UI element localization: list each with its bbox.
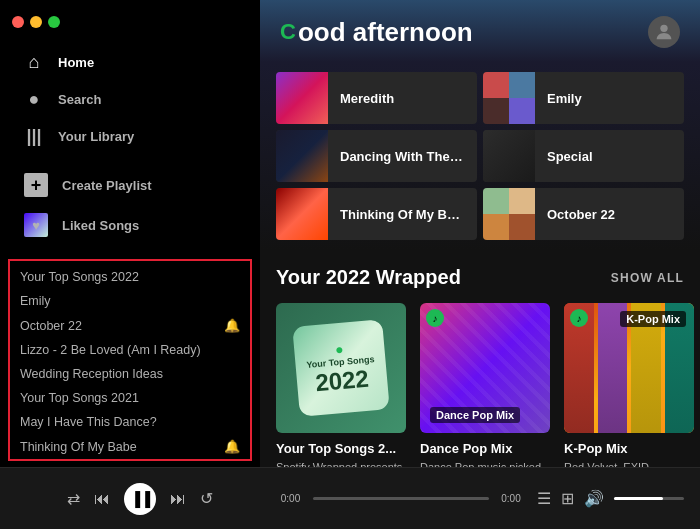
quick-pick-special[interactable]: Special [483,130,684,182]
volume-icon[interactable]: 🔊 [584,489,604,508]
top-songs-card-desc: Spotify Wrapped presents the songs t... [276,460,406,467]
october-thumbnail [483,188,535,240]
sidebar-library-label: Your Library [58,129,134,144]
greeting: C ood afternoon [280,17,473,48]
spotify-badge-kpop: ♪ [570,309,588,327]
kpop-card-desc: Red Velvet, EXID, MOMOLAND and... [564,460,694,467]
quick-pick-thinking[interactable]: Thinking Of My Babe [276,188,477,240]
wrapped-card-top-songs[interactable]: ● Your Top Songs 2022 Your Top Songs 2..… [276,303,406,467]
progress-bar[interactable] [313,497,490,500]
thinking-label: Thinking Of My Babe [328,207,477,222]
library-icon: ||| [24,126,44,147]
dance-pop-card-title: Dance Pop Mix [420,441,550,456]
playlist-item-label: Emily [20,294,240,308]
main-content: C ood afternoon Meredith [260,0,700,467]
play-button[interactable]: ▐▐ [124,483,156,515]
top-bar: C ood afternoon [260,0,700,62]
wrapped-card-kpop[interactable]: K-Pop Mix ♪ K-Pop Mix Red Velvet, EXID, … [564,303,694,467]
quick-pick-meredith[interactable]: Meredith [276,72,477,124]
volume-bar[interactable] [614,497,684,500]
sidebar-item-library[interactable]: ||| Your Library [12,118,248,155]
bell-icon: 🔔 [224,318,240,333]
spotify-logo: C [280,19,296,45]
sidebar-item-home[interactable]: ⌂ Home [12,44,248,81]
prev-button[interactable]: ⏮ [94,490,110,508]
quick-pick-dancing[interactable]: Dancing With The Devil...Th... [276,130,477,182]
thinking-thumbnail [276,188,328,240]
create-playlist-button[interactable]: + Create Playlist [12,165,248,205]
playlist-item[interactable]: Your Top Songs 2022 [10,265,250,289]
special-thumbnail [483,130,535,182]
top-songs-inner: ● Your Top Songs 2022 [292,319,390,417]
devices-icon[interactable]: ⊞ [561,489,574,508]
sidebar-item-search[interactable]: ● Search [12,81,248,118]
wrapped-section: Your 2022 Wrapped SHOW ALL ● Your Top So… [260,250,700,467]
liked-songs-button[interactable]: ♥ Liked Songs [12,205,248,245]
meredith-label: Meredith [328,91,406,106]
show-all-button[interactable]: SHOW ALL [611,271,684,285]
maximize-button[interactable] [48,16,60,28]
playlist-item[interactable]: May I Have This Dance? [10,410,250,434]
playlist-item-label: Wedding Reception Ideas [20,367,240,381]
quick-picks-grid: Meredith Emily [260,62,700,250]
progress-area: 0:00 0:00 [277,493,526,504]
playlist-item[interactable]: Wedding Reception Ideas [10,362,250,386]
playlist-item-label: Your Top Songs 2021 [20,391,240,405]
playlist-item[interactable]: Thinking Of My Babe 🔔 [10,434,250,459]
plus-icon: + [24,173,48,197]
minimize-button[interactable] [30,16,42,28]
queue-icon[interactable]: ☰ [537,489,551,508]
top-songs-card-title: Your Top Songs 2... [276,441,406,456]
special-label: Special [535,149,605,164]
shuffle-button[interactable]: ⇄ [67,489,80,508]
dancing-label: Dancing With The Devil...Th... [328,149,477,164]
spotify-badge: ♪ [426,309,444,327]
playlist-item[interactable]: Your Top Songs 2021 [10,386,250,410]
greeting-text: ood afternoon [298,17,473,48]
repeat-button[interactable]: ↺ [200,489,213,508]
player-bar: ⇄ ⏮ ▐▐ ⏭ ↺ 0:00 0:00 ☰ ⊞ 🔊 [0,467,700,529]
heart-icon: ♥ [24,213,48,237]
sidebar-home-label: Home [58,55,94,70]
playlist-item[interactable]: Emily [10,289,250,313]
liked-songs-label: Liked Songs [62,218,139,233]
main-area: ⌂ Home ● Search ||| Your Library + Creat… [0,0,700,467]
sidebar: ⌂ Home ● Search ||| Your Library + Creat… [0,0,260,467]
playlist-item-label: Thinking Of My Babe [20,440,224,454]
quick-pick-october[interactable]: October 22 [483,188,684,240]
playlist-item-label: Lizzo - 2 Be Loved (Am I Ready) [20,343,240,357]
dance-pop-label-box: Dance Pop Mix [430,407,520,423]
home-icon: ⌂ [24,52,44,73]
right-controls: ☰ ⊞ 🔊 [537,489,684,508]
avatar[interactable] [648,16,680,48]
spotify-s-icon: ● [334,340,344,357]
playlist-list: Your Top Songs 2022 Emily October 22 🔔 L… [8,259,252,461]
sidebar-search-label: Search [58,92,101,107]
dance-pop-thumbnail: Dance Pop Mix ♪ [420,303,550,433]
october-label: October 22 [535,207,627,222]
svg-point-0 [660,25,667,32]
app-container: ⌂ Home ● Search ||| Your Library + Creat… [0,0,700,529]
playlist-item[interactable]: Bisexual Bangers [10,459,250,461]
playlist-item[interactable]: October 22 🔔 [10,313,250,338]
next-button[interactable]: ⏭ [170,490,186,508]
close-button[interactable] [12,16,24,28]
wrapped-card-dance-pop[interactable]: Dance Pop Mix ♪ Dance Pop Mix Dance Pop … [420,303,550,467]
search-icon: ● [24,89,44,110]
volume-fill [614,497,663,500]
wrapped-cards: ● Your Top Songs 2022 Your Top Songs 2..… [276,303,684,467]
section-title: Your 2022 Wrapped [276,266,461,289]
section-header: Your 2022 Wrapped SHOW ALL [276,266,684,289]
player-controls: ⇄ ⏮ ▐▐ ⏭ ↺ [16,483,265,515]
playlist-item[interactable]: Lizzo - 2 Be Loved (Am I Ready) [10,338,250,362]
kpop-card-title: K-Pop Mix [564,441,694,456]
playlist-item-label: May I Have This Dance? [20,415,240,429]
bell-icon: 🔔 [224,439,240,454]
playlist-item-label: Your Top Songs 2022 [20,270,240,284]
time-current: 0:00 [277,493,305,504]
sidebar-top: ⌂ Home ● Search ||| Your Library + Creat… [0,0,260,253]
quick-pick-emily[interactable]: Emily [483,72,684,124]
kpop-badge: K-Pop Mix [620,311,686,327]
emily-thumbnail [483,72,535,124]
top-songs-year: 2022 [314,365,370,398]
